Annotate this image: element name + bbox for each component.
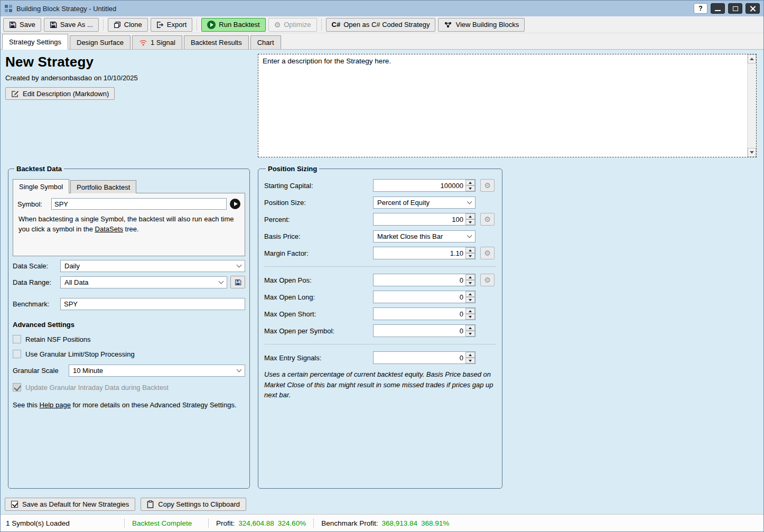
percent-input[interactable] xyxy=(374,213,465,225)
margin-factor-settings-button[interactable]: ⚙ xyxy=(480,247,495,259)
app-icon xyxy=(4,4,13,13)
percent-spinner xyxy=(373,213,476,226)
optimize-gears-icon: ⚙ xyxy=(274,21,281,29)
increment-button[interactable] xyxy=(465,180,475,185)
chevron-down-icon xyxy=(467,232,472,238)
scroll-up-icon xyxy=(750,58,754,60)
help-text: for more details on these Advanced Strat… xyxy=(71,401,237,409)
basis-price-value: Market Close this Bar xyxy=(377,232,443,240)
increment-button[interactable] xyxy=(465,274,475,280)
help-button[interactable]: ? xyxy=(694,3,707,14)
tab-backtest-results[interactable]: Backtest Results xyxy=(184,35,249,49)
increment-button[interactable] xyxy=(465,291,475,297)
max-open-pos-settings-button[interactable]: ⚙ xyxy=(480,274,495,286)
starting-capital-label: Starting Capital: xyxy=(264,182,373,190)
scroll-down-button[interactable] xyxy=(748,148,756,157)
scroll-up-button[interactable] xyxy=(748,54,756,63)
decrement-button[interactable] xyxy=(465,219,475,225)
signal-wifi-icon xyxy=(139,39,147,46)
gear-icon: ⚙ xyxy=(484,216,491,223)
datasets-link[interactable]: DataSets xyxy=(95,225,123,233)
percent-settings-button[interactable]: ⚙ xyxy=(480,213,495,226)
granular-limit-checkbox[interactable]: Use Granular Limit/Stop Processing xyxy=(13,350,245,358)
chevron-down-icon xyxy=(467,199,472,204)
symbol-input[interactable] xyxy=(51,198,227,210)
max-entry-signals-input[interactable] xyxy=(374,352,465,363)
granular-scale-dropdown[interactable]: 10 Minute xyxy=(69,365,245,377)
increment-button[interactable] xyxy=(465,325,475,331)
help-page-link[interactable]: Help page xyxy=(40,401,71,409)
starting-capital-settings-button[interactable]: ⚙ xyxy=(480,179,495,192)
data-range-label: Data Range: xyxy=(13,278,60,286)
benchmark-profit-percent: 368.91% xyxy=(421,519,449,527)
description-textarea[interactable]: Enter a description for the Strategy her… xyxy=(258,54,747,157)
copy-settings-button[interactable]: Copy Settings to Clipboard xyxy=(141,498,246,511)
created-by-text: Created by andersonbasdao on 10/10/2025 xyxy=(5,74,248,82)
footer-buttons: Save as Default for New Strategies Copy … xyxy=(5,498,246,511)
maximize-button[interactable] xyxy=(728,3,742,14)
increment-button[interactable] xyxy=(465,213,475,219)
export-button[interactable]: Export xyxy=(151,18,193,32)
increment-button[interactable] xyxy=(465,247,475,253)
decrement-button[interactable] xyxy=(465,280,475,286)
data-scale-dropdown[interactable]: Daily xyxy=(60,260,245,272)
checkbox-icon xyxy=(13,350,21,358)
max-open-long-input[interactable] xyxy=(374,291,465,303)
run-backtest-button[interactable]: Run Backtest xyxy=(201,18,265,32)
save-default-button[interactable]: Save as Default for New Strategies xyxy=(5,498,135,511)
benchmark-input[interactable] xyxy=(60,298,245,310)
granular-scale-label: Granular Scale xyxy=(13,367,69,375)
scroll-track[interactable] xyxy=(748,63,756,148)
view-building-blocks-button[interactable]: View Building Blocks xyxy=(438,18,525,32)
single-symbol-note: When backtesting a single Symbol, the ba… xyxy=(17,214,240,235)
starting-capital-input[interactable] xyxy=(374,180,465,191)
decrement-button[interactable] xyxy=(465,314,475,320)
close-button[interactable] xyxy=(746,3,760,14)
decrement-button[interactable] xyxy=(465,331,475,337)
backtest-data-tabs: Single Symbol Portfolio Backtest xyxy=(13,179,245,193)
tab-single-symbol[interactable]: Single Symbol xyxy=(13,179,69,193)
retain-nsf-checkbox[interactable]: Retain NSF Positions xyxy=(13,335,245,343)
decrement-button[interactable] xyxy=(465,185,475,191)
description-scrollbar[interactable] xyxy=(747,54,756,157)
tab-portfolio-backtest[interactable]: Portfolio Backtest xyxy=(70,180,136,193)
update-granular-label: Update Granular Intraday Data during Bac… xyxy=(25,384,169,391)
tab-strategy-settings[interactable]: Strategy Settings xyxy=(2,34,68,50)
profit-percent: 324.60% xyxy=(278,519,306,527)
max-open-pos-input[interactable] xyxy=(374,274,465,286)
save-data-range-button[interactable] xyxy=(230,276,245,288)
save-as-button[interactable]: Save As ... xyxy=(44,18,99,32)
margin-factor-input[interactable] xyxy=(374,247,465,259)
tab-design-surface[interactable]: Design Surface xyxy=(70,35,131,49)
minimize-button[interactable] xyxy=(711,3,725,14)
profit-value: 324,604.88 xyxy=(238,519,274,527)
margin-factor-label: Margin Factor: xyxy=(264,249,373,257)
tab-chart[interactable]: Chart xyxy=(250,35,281,49)
down-arrow-icon xyxy=(469,333,472,335)
up-arrow-icon xyxy=(469,182,472,184)
increment-button[interactable] xyxy=(465,308,475,314)
position-sizing-note: Uses a certain percentage of current bac… xyxy=(264,369,497,400)
up-arrow-icon xyxy=(469,216,472,218)
data-range-dropdown[interactable]: All Data xyxy=(60,276,227,288)
export-label: Export xyxy=(167,21,187,29)
tab-signals[interactable]: 1 Signal xyxy=(132,35,182,49)
max-open-per-symbol-input[interactable] xyxy=(374,325,465,337)
main-tabstrip: Strategy Settings Design Surface 1 Signa… xyxy=(1,33,763,50)
percent-label: Percent: xyxy=(264,216,373,223)
decrement-button[interactable] xyxy=(465,358,475,363)
backtest-status-text: Backtest Complete xyxy=(132,519,201,527)
backtest-data-title: Backtest Data xyxy=(14,165,64,173)
edit-description-button[interactable]: Edit Description (Markdown) xyxy=(5,87,115,100)
symbol-go-button[interactable] xyxy=(230,199,240,209)
clone-button[interactable]: Clone xyxy=(108,18,148,32)
decrement-button[interactable] xyxy=(465,297,475,303)
position-size-dropdown[interactable]: Percent of Equity xyxy=(373,197,476,209)
open-csharp-button[interactable]: C# Open as C# Coded Strategy xyxy=(326,18,436,32)
decrement-button[interactable] xyxy=(465,253,475,259)
basis-price-dropdown[interactable]: Market Close this Bar xyxy=(373,230,476,242)
save-icon xyxy=(9,21,16,29)
increment-button[interactable] xyxy=(465,352,475,358)
max-open-short-input[interactable] xyxy=(374,308,465,320)
save-button[interactable]: Save xyxy=(3,18,41,32)
